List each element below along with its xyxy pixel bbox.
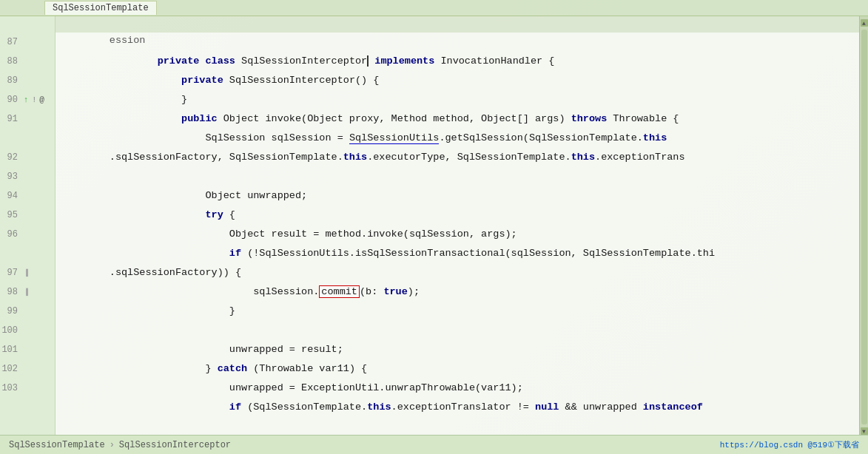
breakpoint-icon[interactable]: ↑ [21,95,31,105]
code-line-97: sqlSession.commit(b: true); [55,263,868,282]
status-right-link[interactable]: https://blog.csdn @519①下载省 [720,439,859,450]
code-line-92 [55,148,868,167]
code-line-102: unwrapped = ExceptionUtil.unwrapThrowabl… [55,359,868,379]
code-line-87: private class SqlSessionInterceptor impl… [55,33,868,52]
gutter-row-101: 101 [0,340,55,359]
status-bar: SqlSessionTemplate › SqlSessionIntercept… [0,435,868,454]
code-line-88: private SqlSessionInterceptor() { [55,52,868,71]
tab-label-line: ession [55,16,868,33]
gutter-row-96: 96 [0,225,55,244]
scroll-up-arrow[interactable]: ▲ [861,19,868,27]
code-line-95: Object result = method.invoke(sqlSession… [55,206,868,225]
annotation-icon: @ [37,95,47,105]
code-line-94: try { [55,186,868,206]
line-gutter: 87 88 89 90 ↑ ! @ 91 [0,16,55,435]
gutter-row-90: 90 ↑ ! @ [0,90,55,109]
code-line-96: if (!SqlSessionUtils.isSqlSessionTransac… [55,225,868,244]
code-line-90: public Object invoke(Object proxy, Metho… [55,90,868,109]
code-line-99 [55,302,868,321]
gutter-row-87: 87 [0,33,55,52]
editor-container: SqlSessionTemplate 87 88 89 90 [0,0,868,454]
gutter-row-94: 94 [0,186,55,206]
gutter-row-96b [0,244,55,263]
gutter-row-93: 93 [0,167,55,186]
gutter-row-89: 89 [0,71,55,90]
breadcrumb-class[interactable]: SqlSessionTemplate [9,440,105,450]
bookmark-icon-97: ▐ [21,268,31,278]
code-line-101: } catch (Throwable var11) { [55,340,868,359]
breadcrumb-separator: › [110,440,115,450]
gutter-row-102: 102 [0,359,55,379]
gutter-row-92: 92 [0,148,55,167]
scroll-down-arrow[interactable]: ▼ [861,427,868,435]
gutter-row-97: 97 ▐ [0,263,55,282]
scroll-thumb[interactable] [861,30,867,424]
gutter-row-tab [0,16,55,33]
gutter-row-103: 103 [0,379,55,398]
gutter-row-100: 100 [0,321,55,340]
tab-label[interactable]: SqlSessionTemplate [44,1,157,15]
code-line-96b: .sqlSessionFactory)) { [55,244,868,263]
gutter-row-99: 99 [0,302,55,321]
gutter-row-91: 91 [0,109,55,129]
bookmark-icon-98: ▐ [21,287,31,297]
gutter-row-95: 95 [0,206,55,225]
code-line-103: if (SqlSessionTemplate.this.exceptionTra… [55,379,868,398]
code-line-91: SqlSession sqlSession = SqlSessionUtils.… [55,109,868,129]
gutter-row-91b [0,129,55,148]
code-line-89: } [55,71,868,90]
scrollbar-right[interactable]: ▲ ▼ [859,16,868,435]
code-line-100: unwrapped = result; [55,321,868,340]
breadcrumb-inner-class[interactable]: SqlSessionInterceptor [119,440,231,450]
code-content: ession private class SqlSessionIntercept… [55,16,868,435]
gutter-row-98: 98 ▐ [0,282,55,302]
code-area: 87 88 89 90 ↑ ! @ 91 [0,16,868,435]
code-line-91b: .sqlSessionFactory, SqlSessionTemplate.t… [55,129,868,148]
gutter-row-88: 88 [0,52,55,71]
code-line-98: } [55,282,868,302]
code-line-93: Object unwrapped; [55,167,868,186]
